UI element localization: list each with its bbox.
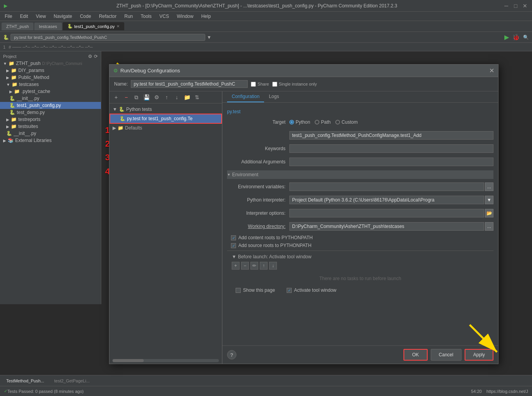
tree-init-py2[interactable]: 🐍 __init__.py [0, 130, 101, 137]
menu-window[interactable]: Window [174, 13, 197, 20]
close-button[interactable]: ✕ [522, 3, 528, 9]
scroll-thumb[interactable] [113, 359, 144, 362]
tab-ztht-push[interactable]: ZTHT_push [2, 23, 33, 30]
env-vars-input[interactable] [289, 182, 484, 191]
defaults-label: Defaults [125, 125, 142, 131]
menu-vcs[interactable]: VCS [156, 13, 172, 20]
tree-pytest-cache[interactable]: ▶ 📁 .pytest_cache [0, 88, 101, 95]
keywords-input[interactable] [289, 144, 493, 153]
working-dir-browse-button[interactable]: ... [485, 222, 493, 231]
cancel-button[interactable]: Cancel [431, 349, 462, 361]
single-instance-checkbox[interactable]: Single instance only [272, 82, 317, 87]
settings-config-button[interactable]: ⚙ [152, 93, 161, 102]
run-config-selector[interactable]: py.test for test1_push_config.TestMethod… [11, 34, 205, 41]
help-button[interactable]: ? [227, 350, 236, 359]
menu-code[interactable]: Code [77, 13, 94, 20]
debug-button[interactable]: 🐞 [512, 33, 520, 41]
ok-button[interactable]: OK [403, 349, 427, 361]
tab-logs[interactable]: Logs [264, 91, 284, 102]
launch-edit-button[interactable]: ✏ [250, 262, 258, 270]
radio-python[interactable]: Python [289, 119, 310, 125]
tree-testreports[interactable]: ▶ 📁 testreports [0, 116, 101, 123]
remove-config-button[interactable]: − [122, 93, 130, 102]
tree-public-method[interactable]: ▶ 📁 Public_Method [0, 74, 101, 81]
activate-tool-window-row[interactable]: Activate tool window [283, 287, 336, 293]
menu-run[interactable]: Run [121, 13, 136, 20]
menu-edit[interactable]: Edit [17, 13, 31, 20]
status-bar: ✓ Tests Passed: 0 passed (8 minutes ago)… [0, 386, 532, 396]
selected-config-item[interactable]: 🐍 py.test for test1_push_config.Te [109, 114, 222, 124]
radio-custom[interactable]: Custom [335, 119, 358, 125]
copy-config-button[interactable]: ⧉ [132, 93, 141, 102]
menu-tools[interactable]: Tools [137, 13, 155, 20]
title-bar: ▶ ZTHT_push - [D:\PyCharm_Community\Ashe… [0, 0, 532, 12]
scrollbar[interactable] [113, 359, 219, 362]
menu-refactor[interactable]: Refactor [96, 13, 120, 20]
move-up-button[interactable]: ↑ [162, 93, 171, 102]
sidebar-tool-icon[interactable]: ⚙ [88, 54, 92, 59]
tree-init-py[interactable]: 🐍 __init__.py [0, 95, 101, 102]
folder-button[interactable]: 📁 [183, 93, 191, 102]
sort-button[interactable]: ⇅ [193, 93, 201, 102]
interpreter-options-label: Interpreter options: [227, 210, 289, 216]
add-config-button[interactable]: + [112, 93, 120, 102]
before-launch-section: ▼ Before launch: Activate tool window + … [227, 251, 493, 298]
tree-test1-push-config[interactable]: 🐍 test1_push_config.py [0, 102, 101, 109]
launch-move-up-button[interactable]: ↑ [260, 262, 268, 270]
sidebar-sync-icon[interactable]: ⟳ [94, 54, 98, 59]
name-input[interactable] [131, 80, 248, 88]
tab-testcases[interactable]: testcases [34, 23, 62, 30]
minimize-button[interactable]: ─ [503, 3, 509, 9]
maximize-button[interactable]: □ [513, 3, 519, 9]
status-text: Tests Passed: 0 passed (8 minutes ago) [7, 389, 84, 394]
menu-navigate[interactable]: Navigate [51, 13, 75, 20]
save-config-button[interactable]: 💾 [142, 93, 151, 102]
bottom-tab-1[interactable]: TestMethod_Push... [2, 377, 49, 385]
bottom-tab-2[interactable]: test2_GetPageLi... [49, 377, 94, 385]
search-icon[interactable]: 🔍 [523, 35, 529, 40]
move-down-button[interactable]: ↓ [173, 93, 181, 102]
python-interpreter-input[interactable] [289, 196, 484, 204]
menu-help[interactable]: Help [198, 13, 214, 20]
dialog-close-button[interactable]: ✕ [489, 67, 494, 74]
tree-testsuites[interactable]: ▶ 📁 testsuites [0, 123, 101, 130]
additional-args-row: Additional Arguments [227, 157, 493, 166]
tree-external-libraries[interactable]: ▶ 📚 External Libraries [0, 137, 101, 144]
share-checkbox-input[interactable] [251, 82, 256, 87]
apply-button[interactable]: Apply [465, 349, 493, 361]
add-content-roots-checkbox[interactable] [231, 235, 236, 240]
single-instance-input[interactable] [272, 82, 277, 87]
tab-configuration[interactable]: Configuration [227, 91, 264, 102]
tab-close-icon[interactable]: ✕ [116, 24, 120, 28]
add-source-roots-checkbox[interactable] [231, 243, 236, 248]
launch-add-button[interactable]: + [232, 262, 240, 270]
target-value-input[interactable] [289, 131, 493, 140]
activate-tool-window-checkbox[interactable] [287, 288, 292, 293]
tree-diy-params[interactable]: ▶ 📁 DIY_params [0, 67, 101, 74]
run-debug-dialog: ⚙ Run/Debug Configurations ✕ Name: Share… [109, 64, 499, 364]
menu-view[interactable]: View [33, 13, 49, 20]
dialog-tabs: Configuration Logs [222, 91, 498, 103]
defaults-item[interactable]: ▶ 📁 Defaults [109, 124, 222, 132]
launch-remove-button[interactable]: − [241, 262, 249, 270]
interpreter-dropdown-button[interactable]: ▼ [485, 196, 493, 204]
tree-testcases[interactable]: ▼ 📁 testcases [0, 81, 101, 88]
env-vars-dots-button[interactable]: ... [485, 182, 493, 191]
run-button[interactable]: ▶ [504, 33, 509, 41]
show-this-page-checkbox[interactable] [236, 288, 241, 293]
launch-move-down-button[interactable]: ↓ [269, 262, 277, 270]
share-checkbox[interactable]: Share [251, 82, 269, 87]
tab-test1-push-config[interactable]: 🐍 test1_push_config.py ✕ [63, 22, 124, 30]
status-url: https://blog.csdn.net/J [486, 389, 528, 394]
tree-root[interactable]: ▼ 📁 ZTHT_push D:\PyCharm_Communi [0, 60, 101, 67]
working-dir-input[interactable] [289, 222, 484, 231]
additional-args-label: Additional Arguments [227, 159, 289, 165]
interpreter-options-browse-button[interactable]: 📂 [485, 209, 493, 217]
radio-path[interactable]: Path [315, 119, 331, 125]
interpreter-options-input[interactable] [289, 209, 484, 217]
menu-file[interactable]: File [2, 13, 15, 20]
dialog-title-text: Run/Debug Configurations [120, 68, 180, 74]
additional-args-input[interactable] [289, 158, 493, 166]
show-this-page-row[interactable]: Show this page [232, 287, 275, 293]
tree-test-demo[interactable]: 🐍 test_demo.py [0, 109, 101, 116]
